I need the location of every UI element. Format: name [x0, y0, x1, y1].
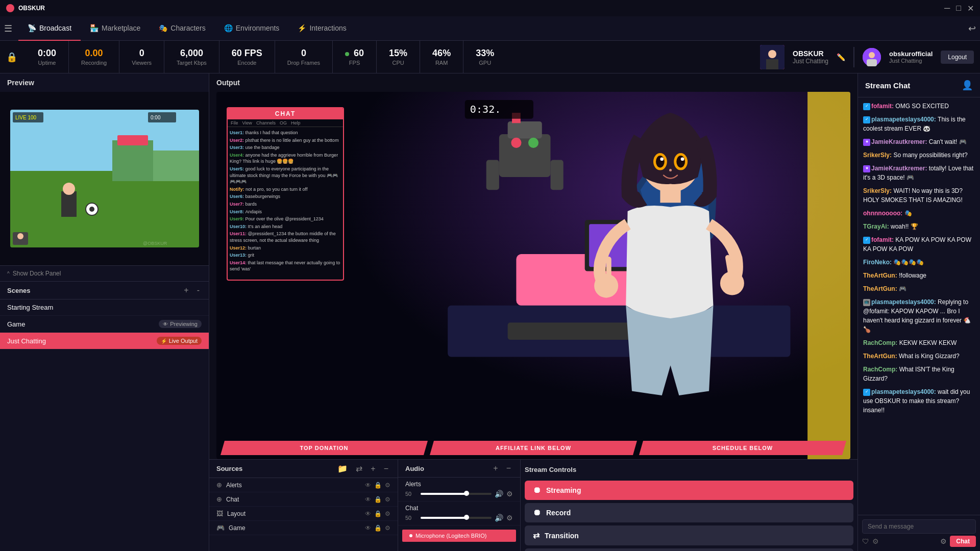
- source-item-game[interactable]: 🎮 Game 👁 🔒 ⚙: [209, 521, 398, 535]
- undo-btn[interactable]: ↩: [968, 23, 976, 34]
- nav-tab-broadcast[interactable]: 📡 Broadcast: [18, 16, 81, 41]
- record-label: Record: [546, 509, 571, 517]
- settings-button[interactable]: ⚙ Settings: [525, 548, 853, 551]
- lock-icon[interactable]: 🔒: [374, 524, 382, 532]
- nav-tab-characters[interactable]: 🎭 Characters: [150, 16, 214, 41]
- scenes-remove-btn[interactable]: -: [195, 286, 202, 295]
- divider: [853, 47, 854, 67]
- chat-overlay-header: CHAT: [228, 108, 343, 119]
- maximize-btn[interactable]: □: [956, 4, 961, 13]
- chat-overlay-message: User6: baseburgerwings: [230, 193, 341, 201]
- show-dock-panel[interactable]: ^ Show Dock Panel: [0, 265, 209, 281]
- scenes-title: Scenes: [7, 287, 178, 294]
- chat-overlay-message: User2: plsthat there is no little alien …: [230, 137, 341, 144]
- stream-controls-title: Stream Controls: [525, 466, 853, 473]
- chat-text: 🎮: [899, 285, 906, 292]
- chat-overlay-message: User4: anyone had the aggrieve horrible …: [230, 152, 341, 165]
- svg-point-1: [768, 50, 776, 58]
- gear-icon[interactable]: ⚙: [385, 496, 390, 503]
- user-info: OBSKUR Just Chatting: [793, 49, 828, 65]
- audio-title: Audio: [405, 465, 487, 472]
- audio-alerts-settings[interactable]: ⚙: [506, 490, 513, 498]
- badge-check: ✓: [863, 116, 870, 123]
- stat-dropframes: 0 Drop Frames: [275, 41, 333, 73]
- nav-tab-characters-label: Characters: [170, 24, 205, 32]
- nav-tab-interactions[interactable]: ⚡ Interactions: [288, 16, 355, 41]
- audio-alerts-label: Alerts: [405, 481, 513, 488]
- hide-icon[interactable]: 👁: [365, 496, 371, 503]
- lock-icon[interactable]: 🔒: [374, 496, 382, 503]
- chat-text: Can't wait! 🎮: [929, 138, 967, 145]
- stat-cpu-value: 15%: [389, 48, 407, 59]
- emoji-icon[interactable]: ⚙: [940, 537, 947, 545]
- scene-badge-game: 👁 Previewing: [159, 320, 202, 328]
- gear-icon[interactable]: ⚙: [385, 482, 390, 489]
- scene-item-justchatting[interactable]: Just Chatting ⚡ Live Output: [0, 333, 209, 349]
- twitch-info: obskurofficial Just Chatting: [889, 50, 933, 64]
- scene-name-starting: Starting Stream: [7, 304, 202, 311]
- chat-overlay-menu: File View Channels OG Help: [228, 119, 343, 127]
- title-bar: OBSKUR ─ □ ✕: [0, 0, 980, 16]
- gear-icon[interactable]: ⚙: [385, 524, 390, 532]
- sources-add-btn[interactable]: +: [369, 464, 377, 473]
- filter-icon[interactable]: ⚙: [872, 537, 879, 545]
- source-item-chat[interactable]: ⊕ Chat 👁 🔒 ⚙: [209, 492, 398, 507]
- audio-chat-settings[interactable]: ⚙: [506, 514, 513, 522]
- scene-name-game: Game: [7, 320, 159, 328]
- chat-overlay-message: User7: bards: [230, 201, 341, 208]
- close-btn[interactable]: ✕: [967, 4, 974, 13]
- twitch-game: Just Chatting: [889, 58, 933, 64]
- chat-overlay: CHAT File View Channels OG Help User1: t…: [227, 107, 344, 281]
- svg-point-4: [869, 52, 875, 58]
- source-item-alerts[interactable]: ⊕ Alerts 👁 🔒 ⚙: [209, 478, 398, 492]
- streaming-button[interactable]: ⏺ Streaming: [525, 481, 853, 500]
- svg-point-20: [17, 233, 23, 239]
- audio-alerts-mute[interactable]: 🔊: [495, 490, 503, 498]
- hamburger-menu[interactable]: ☰: [4, 23, 12, 34]
- chat-users-icon[interactable]: 👤: [962, 80, 973, 91]
- record-button[interactable]: ⏺ Record: [525, 503, 853, 522]
- audio-chat-controls: 50 🔊 ⚙: [405, 514, 513, 522]
- sources-remove-btn[interactable]: −: [382, 464, 390, 473]
- scene-item-starting[interactable]: Starting Stream: [0, 299, 209, 316]
- audio-add-btn[interactable]: +: [491, 464, 500, 473]
- donation-bars: TOP DONATION AFFILIATE LINK BELOW SCHEDU…: [216, 441, 850, 455]
- sources-panel: Sources 📁 ⇄ + − ⊕ Alerts 👁 🔒 ⚙ ⊕: [209, 460, 398, 551]
- scenes-add-btn[interactable]: +: [182, 286, 190, 295]
- hide-icon[interactable]: 👁: [365, 482, 371, 489]
- show-icon[interactable]: 👁: [365, 510, 371, 517]
- show-icon[interactable]: 👁: [365, 524, 371, 532]
- chat-message-input[interactable]: [862, 519, 976, 534]
- gear-icon[interactable]: ⚙: [385, 510, 390, 517]
- sources-folder-btn[interactable]: 📁: [335, 464, 350, 473]
- svg-rect-10: [153, 151, 199, 181]
- sources-swap-btn[interactable]: ⇄: [354, 464, 364, 473]
- audio-remove-btn[interactable]: −: [504, 464, 513, 473]
- lock-icon[interactable]: 🔒: [374, 482, 382, 489]
- environments-icon: 🌐: [224, 24, 233, 32]
- scene-item-game[interactable]: Game 👁 Previewing: [0, 316, 209, 333]
- nav-tab-marketplace[interactable]: 🏪 Marketplace: [81, 16, 150, 41]
- nav-tab-environments[interactable]: 🌐 Environments: [215, 16, 289, 41]
- minimize-btn[interactable]: ─: [944, 4, 950, 13]
- audio-alerts-slider[interactable]: [421, 493, 492, 495]
- audio-chat-slider[interactable]: [421, 517, 492, 519]
- source-actions-alerts: 👁 🔒 ⚙: [365, 482, 390, 489]
- chatter-username: TGrayAi:: [863, 223, 891, 230]
- logout-button[interactable]: Logout: [941, 51, 974, 64]
- chat-text: KEKW KEKW KEKW: [899, 339, 957, 346]
- source-item-layout[interactable]: 🖼 Layout 👁 🔒 ⚙: [209, 507, 398, 521]
- chatter-username: TheArtGun:: [863, 272, 899, 279]
- chat-overlay-message: User1: thanks I had that question: [230, 129, 341, 137]
- chat-send-button[interactable]: Chat: [950, 536, 976, 547]
- audio-chat-mute[interactable]: 🔊: [495, 514, 503, 522]
- shield-icon: 🛡: [862, 537, 869, 545]
- chat-text: OMG SO EXCITED: [895, 103, 949, 110]
- show-dock-label: Show Dock Panel: [13, 270, 61, 277]
- edit-profile-btn[interactable]: ✏️: [837, 53, 845, 61]
- stat-kbps-label: Target Kbps: [177, 60, 207, 66]
- transition-button[interactable]: ⇄ Transition: [525, 525, 853, 545]
- lock-icon[interactable]: 🔒: [374, 510, 382, 517]
- chatter-username: RachComp:: [863, 339, 899, 346]
- stream-chat-message: SrikerSly: WAIT! No way this is 3D? HOLY…: [863, 186, 975, 205]
